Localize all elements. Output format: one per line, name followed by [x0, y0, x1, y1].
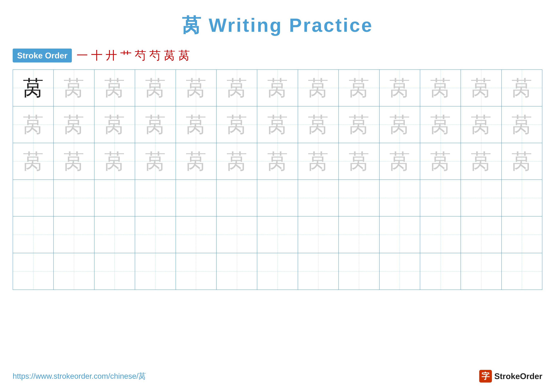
grid-cell-3-2[interactable]: 莴: [54, 143, 94, 179]
grid-cell-2-3[interactable]: 莴: [95, 107, 135, 143]
grid-cell-4-2[interactable]: [54, 180, 94, 216]
grid-cell-4-7[interactable]: [257, 180, 298, 216]
stroke-4: 艹: [120, 48, 132, 63]
stroke-3: 廾: [106, 48, 117, 63]
stroke-order-badge: Stroke Order: [13, 49, 72, 63]
char-dark: 莴: [23, 78, 44, 98]
grid-cell-6-9[interactable]: [339, 253, 380, 290]
grid-cell-5-10[interactable]: [380, 216, 420, 253]
grid-cell-5-4[interactable]: [135, 216, 176, 253]
grid-cell-4-5[interactable]: [176, 180, 217, 216]
grid-cell-4-8[interactable]: [298, 180, 339, 216]
grid-cell-4-9[interactable]: [339, 180, 380, 216]
grid-cell-2-11[interactable]: 莴: [420, 107, 461, 143]
grid-cell-6-5[interactable]: [176, 253, 217, 290]
grid-cell-4-3[interactable]: [95, 180, 135, 216]
grid-cell-6-11[interactable]: [420, 253, 461, 290]
stroke-5: 芍: [135, 48, 146, 63]
grid-cell-3-11[interactable]: 莴: [420, 143, 461, 179]
grid-cell-6-3[interactable]: [95, 253, 135, 290]
grid-cell-2-7[interactable]: 莴: [257, 107, 298, 143]
grid-cell-3-1[interactable]: 莴: [13, 143, 54, 179]
grid-cell-1-9[interactable]: 莴: [339, 70, 380, 106]
grid-row-5: [13, 216, 542, 253]
grid-cell-3-4[interactable]: 莴: [135, 143, 176, 179]
grid-cell-5-5[interactable]: [176, 216, 217, 253]
grid-row-3: 莴 莴 莴 莴 莴 莴 莴 莴 莴 莴 莴 莴 莴: [13, 143, 542, 180]
grid-row-6: [13, 253, 542, 290]
brand-name: StrokeOrder: [494, 371, 542, 381]
grid-cell-6-2[interactable]: [54, 253, 94, 290]
grid-cell-1-3[interactable]: 莴: [95, 70, 135, 106]
grid-cell-3-3[interactable]: 莴: [95, 143, 135, 179]
grid-cell-6-4[interactable]: [135, 253, 176, 290]
grid-cell-5-2[interactable]: [54, 216, 94, 253]
grid-cell-1-13[interactable]: 莴: [502, 70, 542, 106]
grid-row-4: [13, 180, 542, 216]
grid-cell-6-1[interactable]: [13, 253, 54, 290]
footer-url[interactable]: https://www.strokeorder.com/chinese/莴: [13, 371, 146, 381]
grid-cell-5-3[interactable]: [95, 216, 135, 253]
page-title: 莴 Writing Practice: [0, 0, 555, 38]
grid-cell-5-6[interactable]: [217, 216, 257, 253]
grid-cell-3-8[interactable]: 莴: [298, 143, 339, 179]
stroke-6: 芍: [149, 48, 161, 63]
footer-brand: 字 StrokeOrder: [479, 370, 542, 383]
brand-icon: 字: [479, 370, 492, 383]
grid-cell-5-8[interactable]: [298, 216, 339, 253]
stroke-sequence: 一 十 廾 艹 芍 芍 莴 莴: [77, 48, 190, 63]
grid-cell-1-2[interactable]: 莴: [54, 70, 94, 106]
grid-cell-2-13[interactable]: 莴: [502, 107, 542, 143]
grid-cell-5-12[interactable]: [461, 216, 502, 253]
grid-cell-4-1[interactable]: [13, 180, 54, 216]
grid-cell-6-6[interactable]: [217, 253, 257, 290]
grid-cell-3-13[interactable]: 莴: [502, 143, 542, 179]
stroke-8: 莴: [178, 48, 190, 63]
grid-cell-1-10[interactable]: 莴: [380, 70, 420, 106]
grid-cell-3-10[interactable]: 莴: [380, 143, 420, 179]
grid-cell-2-2[interactable]: 莴: [54, 107, 94, 143]
grid-cell-2-4[interactable]: 莴: [135, 107, 176, 143]
brand-char: 字: [482, 371, 490, 382]
grid-row-2: 莴 莴 莴 莴 莴 莴 莴 莴 莴 莴 莴 莴 莴: [13, 107, 542, 143]
grid-cell-2-6[interactable]: 莴: [217, 107, 257, 143]
practice-grid: 莴 莴 莴 莴 莴 莴 莴 莴 莴 莴 莴 莴 莴 莴 莴 莴 莴 莴 莴 莴 …: [13, 69, 542, 290]
grid-cell-6-13[interactable]: [502, 253, 542, 290]
grid-cell-4-4[interactable]: [135, 180, 176, 216]
stroke-7: 莴: [164, 48, 175, 63]
grid-cell-1-6[interactable]: 莴: [217, 70, 257, 106]
grid-cell-4-10[interactable]: [380, 180, 420, 216]
grid-cell-5-13[interactable]: [502, 216, 542, 253]
grid-cell-6-10[interactable]: [380, 253, 420, 290]
grid-cell-3-6[interactable]: 莴: [217, 143, 257, 179]
grid-cell-5-7[interactable]: [257, 216, 298, 253]
grid-cell-2-1[interactable]: 莴: [13, 107, 54, 143]
grid-cell-2-5[interactable]: 莴: [176, 107, 217, 143]
grid-cell-1-4[interactable]: 莴: [135, 70, 176, 106]
grid-cell-5-9[interactable]: [339, 216, 380, 253]
stroke-1: 一: [77, 48, 88, 63]
grid-cell-1-7[interactable]: 莴: [257, 70, 298, 106]
grid-cell-3-7[interactable]: 莴: [257, 143, 298, 179]
grid-cell-6-12[interactable]: [461, 253, 502, 290]
grid-cell-4-11[interactable]: [420, 180, 461, 216]
grid-cell-2-8[interactable]: 莴: [298, 107, 339, 143]
grid-cell-1-5[interactable]: 莴: [176, 70, 217, 106]
grid-cell-1-12[interactable]: 莴: [461, 70, 502, 106]
grid-cell-4-13[interactable]: [502, 180, 542, 216]
grid-cell-3-9[interactable]: 莴: [339, 143, 380, 179]
grid-cell-3-12[interactable]: 莴: [461, 143, 502, 179]
grid-cell-2-10[interactable]: 莴: [380, 107, 420, 143]
grid-cell-5-11[interactable]: [420, 216, 461, 253]
grid-cell-6-8[interactable]: [298, 253, 339, 290]
grid-cell-2-9[interactable]: 莴: [339, 107, 380, 143]
grid-cell-1-8[interactable]: 莴: [298, 70, 339, 106]
grid-cell-3-5[interactable]: 莴: [176, 143, 217, 179]
grid-cell-1-11[interactable]: 莴: [420, 70, 461, 106]
grid-cell-6-7[interactable]: [257, 253, 298, 290]
grid-cell-4-6[interactable]: [217, 180, 257, 216]
grid-cell-1-1[interactable]: 莴: [13, 70, 54, 106]
grid-cell-5-1[interactable]: [13, 216, 54, 253]
grid-cell-2-12[interactable]: 莴: [461, 107, 502, 143]
grid-cell-4-12[interactable]: [461, 180, 502, 216]
